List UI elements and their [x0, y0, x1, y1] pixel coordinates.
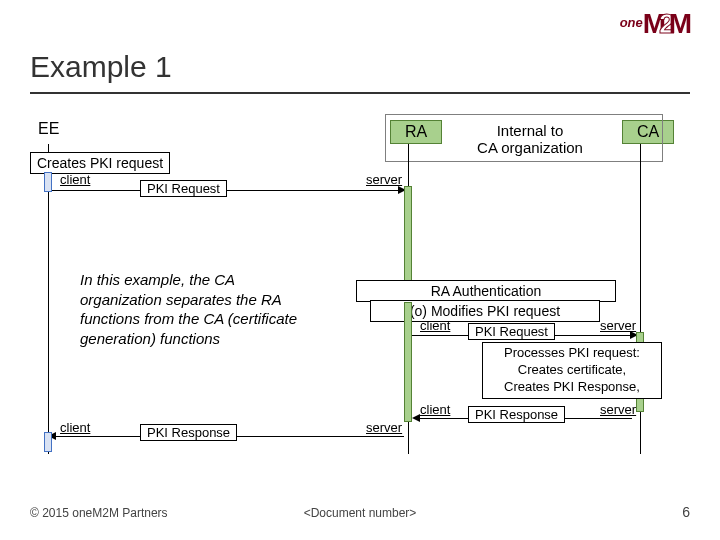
role-client-3: client — [420, 402, 450, 417]
activation-ra-2 — [404, 302, 412, 422]
role-server-4: server — [366, 420, 402, 435]
title-underline — [30, 92, 690, 94]
logo-one: one — [620, 15, 643, 30]
note-create-request: Creates PKI request — [30, 152, 170, 174]
role-client-1: client — [60, 172, 90, 187]
role-server-1: server — [366, 172, 402, 187]
actor-ee: EE — [38, 120, 59, 138]
label-resp-2: PKI Response — [140, 424, 237, 441]
org-region — [385, 114, 663, 162]
footer-doc-number: <Document number> — [0, 506, 720, 520]
role-client-4: client — [60, 420, 90, 435]
explain-text: In this example, the CA organization sep… — [80, 270, 300, 348]
page-title: Example 1 — [30, 50, 172, 84]
onem2m-logo: oneM2M — [620, 8, 692, 40]
activation-ee-2 — [44, 432, 52, 452]
label-req-2: PKI Request — [468, 323, 555, 340]
logo-m2: M — [669, 8, 692, 39]
footer-page-number: 6 — [682, 504, 690, 520]
arrow-resp-1-head — [412, 414, 420, 422]
note-processes: Processes PKI request: Creates certifica… — [482, 342, 662, 399]
role-client-2: client — [420, 318, 450, 333]
role-server-3: server — [600, 402, 636, 417]
label-req-1: PKI Request — [140, 180, 227, 197]
label-resp-1: PKI Response — [468, 406, 565, 423]
sequence-diagram: EE RA CA Internal to CA organization Cre… — [30, 110, 690, 480]
note-ra-auth: RA Authentication — [356, 280, 616, 302]
activation-ee-1 — [44, 172, 52, 192]
